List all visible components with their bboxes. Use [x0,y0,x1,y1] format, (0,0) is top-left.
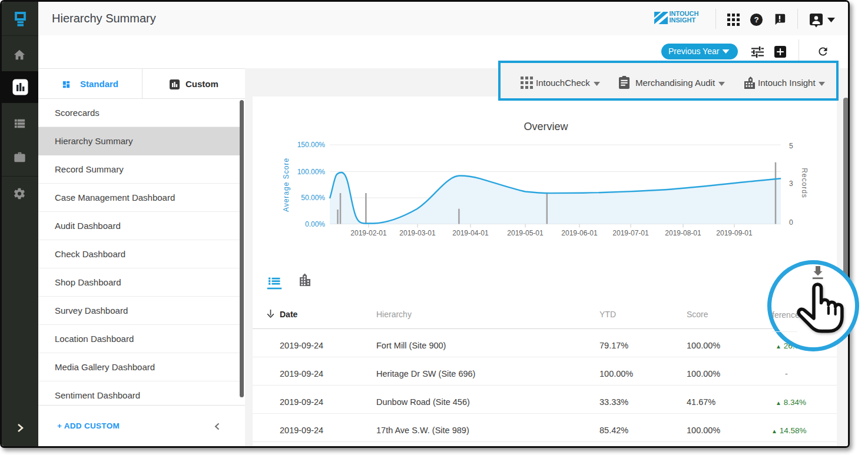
svg-text:2019-09-01: 2019-09-01 [716,229,753,237]
svg-text:0: 0 [789,218,793,227]
svg-text:Overview: Overview [524,121,568,132]
svg-text:100.00%: 100.00% [297,168,326,176]
svg-text:2019-03-01: 2019-03-01 [399,229,436,237]
svg-text:2019-05-01: 2019-05-01 [507,229,544,237]
svg-text:2019-06-01: 2019-06-01 [561,229,598,237]
svg-text:2019-08-01: 2019-08-01 [665,229,701,237]
svg-text:Average Score: Average Score [282,158,290,212]
svg-text:2019-07-01: 2019-07-01 [612,229,649,237]
svg-text:3: 3 [789,180,793,188]
svg-text:5: 5 [789,142,793,150]
svg-text:?: ? [754,15,758,24]
svg-text:2019-04-01: 2019-04-01 [452,229,489,237]
svg-text:150.00%: 150.00% [297,141,326,149]
svg-text:50.00%: 50.00% [301,194,325,202]
svg-text:0.00%: 0.00% [305,220,325,228]
svg-text:2019-02-01: 2019-02-01 [350,229,387,237]
svg-text:Records: Records [800,168,809,198]
